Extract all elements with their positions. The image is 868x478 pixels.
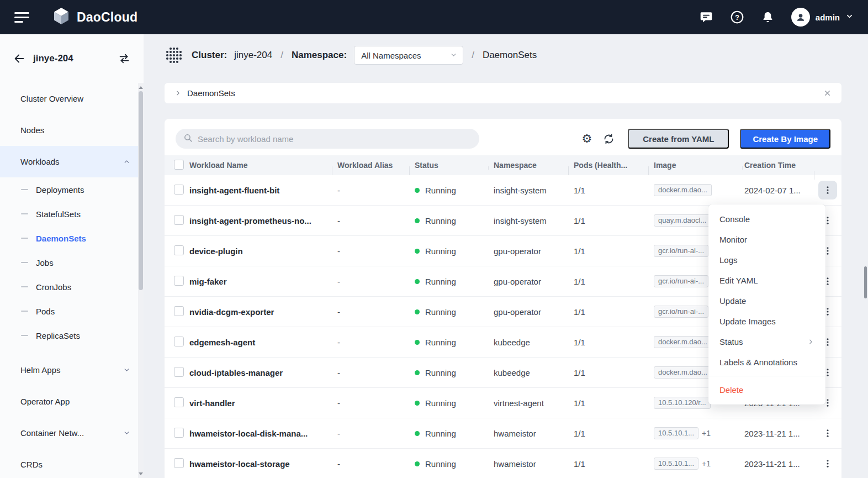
sidebar-item-replicasets[interactable]: ReplicaSets (0, 323, 144, 348)
menu-item-update[interactable]: Update (708, 291, 825, 311)
create-by-image-button[interactable]: Create By Image (740, 129, 830, 149)
refresh-icon[interactable] (603, 133, 615, 145)
sidebar-item-statefulsets[interactable]: StatefulSets (0, 202, 144, 226)
row-checkbox[interactable] (174, 367, 184, 377)
menu-item-labels-annotations[interactable]: Labels & Annotations (708, 352, 825, 372)
help-icon[interactable]: ? (729, 9, 745, 25)
workload-alias: - (332, 398, 409, 408)
sidebar-header: jinye-204 (0, 34, 144, 83)
sidebar-item-jobs[interactable]: Jobs (0, 250, 144, 275)
hamburger-menu-icon[interactable] (14, 12, 29, 23)
workload-status: Running (409, 459, 488, 469)
workload-name[interactable]: insight-agent-fluent-bit (189, 186, 332, 195)
sidebar-item-label: DaemonSets (36, 234, 86, 243)
row-checkbox[interactable] (174, 397, 184, 407)
workload-name[interactable]: nvidia-dcgm-exporter (189, 307, 332, 317)
workload-namespace: virtnest-agent (488, 398, 568, 408)
sidebar-item-deployments[interactable]: Deployments (0, 177, 144, 202)
cluster-name[interactable]: jinye-204 (234, 50, 272, 61)
page-scrollbar-thumb[interactable] (864, 266, 867, 298)
workload-pods: 1/1 (568, 246, 648, 256)
row-checkbox[interactable] (174, 337, 184, 346)
status-dot (415, 188, 420, 193)
chevron-right-icon[interactable] (174, 90, 182, 97)
search-box[interactable] (176, 129, 479, 149)
sidebar-item-container-network[interactable]: Container Netw... (0, 417, 144, 449)
menu-item-monitor[interactable]: Monitor (708, 229, 825, 250)
status-dot (415, 401, 420, 406)
row-checkbox[interactable] (174, 306, 184, 316)
menu-item-update-images[interactable]: Update Images (708, 311, 825, 332)
row-checkbox[interactable] (174, 276, 184, 286)
namespace-select[interactable]: All Namespaces (354, 46, 463, 65)
workload-name[interactable]: hwameistor-local-disk-mana... (189, 429, 332, 438)
cluster-label: Cluster: (192, 50, 227, 61)
image-tag: gcr.io/run-ai-... (654, 275, 708, 288)
bell-icon[interactable] (760, 9, 776, 25)
svg-text:?: ? (735, 14, 739, 22)
chat-icon[interactable] (698, 9, 714, 25)
workload-pods: 1/1 (568, 398, 648, 408)
kebab-menu-button[interactable] (818, 424, 837, 443)
sidebar-item-label: Workloads (20, 157, 60, 166)
workload-status: Running (409, 277, 488, 286)
close-icon[interactable] (823, 89, 832, 97)
workload-name[interactable]: device-plugin (189, 246, 332, 256)
status-text: Running (425, 459, 456, 469)
kebab-menu-button[interactable] (818, 181, 837, 199)
user-menu[interactable]: admin (791, 8, 854, 27)
status-text: Running (425, 186, 456, 195)
menu-item-edit-yaml[interactable]: Edit YAML (708, 270, 825, 291)
sidebar-item-crds[interactable]: CRDs (0, 449, 144, 478)
sidebar-item-pods[interactable]: Pods (0, 299, 144, 323)
sidebar-item-daemonsets[interactable]: DaemonSets (0, 226, 144, 250)
separator: / (279, 50, 284, 61)
sidebar-item-workloads[interactable]: Workloads (0, 146, 144, 177)
select-all-checkbox[interactable] (174, 160, 184, 170)
sidebar-scrollbar[interactable] (138, 83, 144, 478)
chevron-up-icon (123, 158, 130, 165)
create-from-yaml-button[interactable]: Create from YAML (628, 129, 729, 149)
row-checkbox[interactable] (174, 215, 184, 225)
workload-name[interactable]: mig-faker (189, 277, 332, 286)
gear-icon[interactable]: ⚙ (581, 133, 592, 145)
switch-cluster-icon[interactable] (118, 52, 130, 65)
workload-pods: 1/1 (568, 216, 648, 225)
row-checkbox[interactable] (174, 428, 184, 438)
workload-name[interactable]: insight-agent-prometheus-no... (189, 216, 332, 225)
menu-item-status[interactable]: Status (708, 332, 825, 352)
kebab-menu-button[interactable] (818, 454, 837, 473)
scroll-down-icon[interactable] (138, 470, 144, 477)
workload-name[interactable]: edgemesh-agent (189, 338, 332, 347)
sidebar-item-nodes[interactable]: Nodes (0, 114, 144, 146)
menu-item-delete[interactable]: Delete (708, 380, 825, 400)
sidebar-item-operator-app[interactable]: Operator App (0, 386, 144, 417)
sidebar-item-cluster-overview[interactable]: Cluster Overview (0, 83, 144, 114)
menu-item-logs[interactable]: Logs (708, 250, 825, 270)
table-row: hwameistor-local-disk-mana... - Running … (165, 418, 841, 449)
status-text: Running (425, 338, 456, 347)
workload-namespace: hwameistor (488, 459, 568, 469)
sidebar-item-cronjobs[interactable]: CronJobs (0, 275, 144, 299)
menu-item-console[interactable]: Console (708, 209, 825, 229)
sidebar-item-helm-apps[interactable]: Helm Apps (0, 354, 144, 386)
scroll-up-icon[interactable] (138, 83, 144, 91)
search-input[interactable] (198, 134, 472, 144)
row-checkbox[interactable] (174, 185, 184, 195)
scrollbar-thumb[interactable] (139, 91, 143, 290)
brand[interactable]: DaoCloud (51, 6, 137, 28)
tag-daemonsets[interactable]: DaemonSets (187, 88, 235, 98)
row-checkbox[interactable] (174, 458, 184, 468)
workload-name[interactable]: virt-handler (189, 398, 332, 408)
chevron-right-icon (807, 338, 814, 345)
workload-name[interactable]: hwameistor-local-storage (189, 459, 332, 469)
row-checkbox[interactable] (174, 245, 184, 255)
dash-icon (21, 286, 28, 287)
workload-name[interactable]: cloud-iptables-manager (189, 368, 332, 377)
workload-alias: - (332, 459, 409, 469)
workload-status: Running (409, 398, 488, 408)
back-icon[interactable] (13, 52, 25, 65)
status-text: Running (425, 277, 456, 286)
sidebar-item-label: Jobs (36, 258, 54, 267)
workload-alias: - (332, 338, 409, 347)
